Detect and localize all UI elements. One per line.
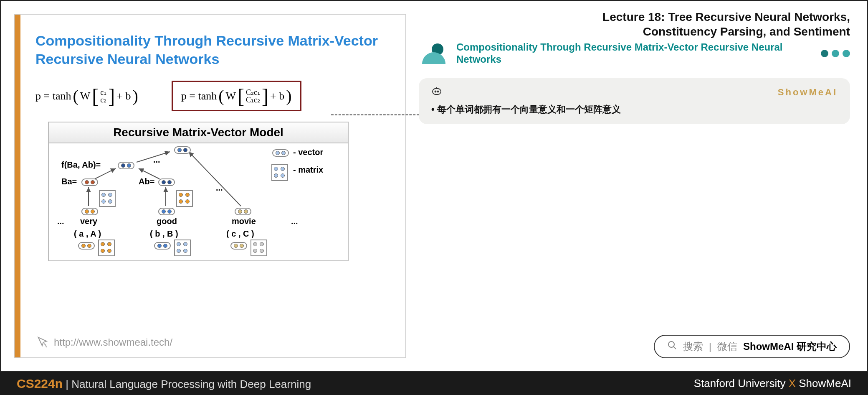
section-title: Compositionality Through Recursive Matri… [456, 41, 817, 66]
main-area: Compositionality Through Recursive Matri… [0, 0, 868, 372]
vector-icon [81, 178, 98, 186]
vector-icon [235, 208, 251, 215]
matrix-icon [251, 240, 267, 256]
search-icon [667, 340, 677, 353]
formula-text: W [226, 90, 236, 102]
diagram-body: ... f(Ba, Ab)= Ba= Ab= [49, 143, 348, 260]
cursor-click-icon [35, 336, 49, 349]
lecture-title-line: Lecture 18: Tree Recursive Neural Networ… [419, 10, 850, 24]
word-good: good [157, 217, 177, 226]
footer-url[interactable]: http://www.showmeai.tech/ [54, 336, 172, 348]
vector-icon [158, 208, 175, 215]
svg-point-11 [668, 341, 674, 347]
matrix-icon [271, 164, 288, 181]
formula-text: W [80, 90, 91, 102]
course-name: Natural Language Processing with Deep Le… [71, 378, 311, 390]
vector-icon [158, 178, 175, 186]
section-decoration-icon [419, 43, 452, 64]
x-separator: X [789, 377, 796, 390]
ellipsis: ... [57, 217, 64, 226]
label-fBaAb: f(Ba, Ab)= [61, 160, 101, 170]
vector-icon [78, 242, 95, 250]
pair-c: ( c , C ) [226, 229, 254, 239]
svg-line-12 [673, 347, 676, 349]
label-Ab: Ab= [139, 177, 154, 186]
svg-line-5 [189, 152, 241, 206]
formula-text: C₁c₂ [246, 96, 260, 104]
matrix-icon [99, 190, 116, 207]
svg-point-8 [435, 91, 436, 92]
decorative-dots [821, 50, 850, 57]
word-movie: movie [232, 217, 256, 226]
bottom-bar: CS224n | Natural Language Processing wit… [0, 372, 868, 395]
slide-panel: Compositionality Through Recursive Matri… [14, 14, 406, 358]
robot-icon [431, 87, 442, 98]
vector-icon [230, 242, 247, 250]
ellipsis: ... [291, 217, 298, 226]
legend-vector: - vector [293, 148, 323, 157]
vector-icon [154, 242, 171, 250]
right-panel: Lecture 18: Tree Recursive Neural Networ… [406, 1, 867, 371]
ellipsis: ... [216, 183, 223, 193]
course-info: CS224n | Natural Language Processing wit… [17, 377, 311, 391]
note-text: 每个单词都拥有一个向量意义和一个矩阵意义 [437, 104, 621, 115]
formula-text: c₁ [100, 89, 106, 96]
slide-title: Compositionality Through Recursive Matri… [35, 31, 393, 68]
pair-b: ( b , B ) [150, 229, 178, 239]
lecture-title-line: Constituency Parsing, and Sentiment [419, 24, 850, 39]
search-label: 搜索 [683, 340, 703, 353]
section-row: Compositionality Through Recursive Matri… [419, 41, 850, 66]
formula-text: + b [116, 90, 131, 102]
matrix-icon [174, 240, 191, 256]
brand-label: ShowMeAI [778, 87, 838, 98]
formula-text: p = tanh [35, 90, 71, 102]
formula-text: + b [270, 90, 284, 102]
stanford-label: Stanford University [694, 377, 786, 390]
vector-icon [174, 146, 191, 154]
course-code: CS224n [17, 377, 63, 390]
showmeai-label: ShowMeAI [799, 377, 851, 390]
note-box: ShowMeAI • 每个单词都拥有一个向量意义和一个矩阵意义 [419, 78, 850, 124]
svg-point-9 [438, 91, 439, 92]
diagram-title: Recursive Matrix-Vector Model [49, 122, 348, 143]
formula-text: c₂ [100, 96, 106, 104]
lecture-title: Lecture 18: Tree Recursive Neural Networ… [419, 10, 850, 39]
formula-basic: p = tanh ( W [ c₁ c₂ ] + b ) [35, 86, 138, 106]
vector-icon [81, 208, 98, 215]
formulas-row: p = tanh ( W [ c₁ c₂ ] + b ) p = tanh ( … [35, 81, 393, 111]
legend-matrix: - matrix [293, 165, 323, 175]
svg-rect-7 [433, 89, 441, 94]
note-bullet: • 每个单词都拥有一个向量意义和一个矩阵意义 [431, 103, 838, 116]
ellipsis: ... [153, 155, 160, 165]
word-very: very [80, 217, 97, 226]
formula-text: p = tanh [181, 90, 217, 102]
wechat-label: 微信 [717, 340, 737, 353]
search-pill[interactable]: 搜索 | 微信 ShowMeAI 研究中心 [654, 335, 850, 358]
attribution: Stanford University X ShowMeAI [694, 377, 851, 390]
diagram-box: Recursive Matrix-Vector Model [48, 122, 349, 261]
slide-footer: http://www.showmeai.tech/ [35, 336, 172, 349]
formula-text: C₂c₁ [246, 89, 260, 96]
formula-highlighted: p = tanh ( W [ C₂c₁ C₁c₂ ] + b ) [172, 81, 301, 111]
vector-icon [118, 162, 134, 169]
vector-icon [272, 149, 289, 157]
label-Ba: Ba= [61, 177, 77, 186]
matrix-icon [98, 240, 115, 256]
matrix-icon [176, 190, 193, 207]
pair-a: ( a , A ) [74, 229, 101, 239]
search-center-label: ShowMeAI 研究中心 [743, 340, 837, 353]
